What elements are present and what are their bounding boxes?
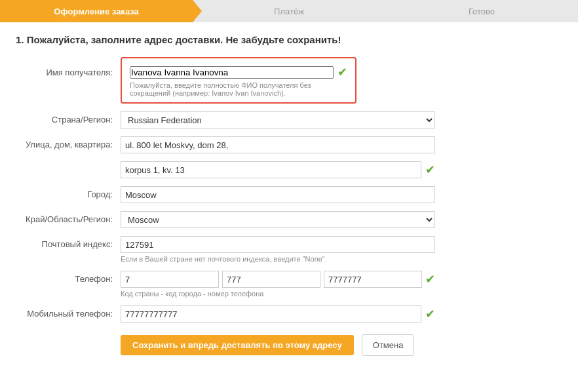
address-line2-input[interactable]	[121, 161, 421, 178]
step-done: Готово	[385, 0, 578, 22]
region-select[interactable]: Moscow Saint Petersburg Novosibirsk	[121, 211, 435, 228]
step-payment: Платёж	[193, 0, 385, 22]
name-input-group: ✔	[130, 65, 347, 79]
city-input[interactable]	[121, 186, 435, 203]
address-line2-row: ✔	[16, 161, 514, 178]
button-row: Сохранить и впредь доставлять по этому а…	[121, 334, 514, 356]
phone-label: Телефон:	[16, 271, 121, 284]
mobile-input[interactable]	[121, 305, 421, 323]
address-line2-field: ✔	[121, 161, 435, 178]
postal-row: Почтовый индекс: Если в Вашей стране нет…	[16, 236, 514, 263]
postal-field: Если в Вашей стране нет почтового индекс…	[121, 236, 435, 263]
name-row: Имя получателя: ✔ Пожалуйста, введите по…	[16, 57, 514, 104]
page-title: 1. Пожалуйста, заполните адрес доставки.…	[16, 34, 562, 45]
name-check-icon: ✔	[337, 65, 347, 79]
name-label: Имя получателя:	[16, 57, 121, 77]
phone-field: ✔ Код страны - код города - номер телефо…	[121, 271, 435, 298]
address-row: Улица, дом, квартира:	[16, 136, 514, 153]
city-label: Город:	[16, 186, 121, 199]
progress-bar: Оформление заказа Платёж Готово	[0, 0, 578, 22]
save-button[interactable]: Сохранить и впредь доставлять по этому а…	[121, 335, 354, 355]
postal-hint: Если в Вашей стране нет почтового индекс…	[121, 255, 435, 263]
phone-number-input[interactable]	[324, 271, 422, 288]
address-check-icon: ✔	[425, 163, 435, 177]
phone-hint: Код страны - код города - номер телефона	[121, 290, 435, 298]
mobile-row: Мобильный телефон: ✔	[16, 305, 514, 323]
postal-label: Почтовый индекс:	[16, 236, 121, 249]
city-row: Город:	[16, 186, 514, 203]
mobile-label: Мобильный телефон:	[16, 305, 121, 319]
phone-row: Телефон: ✔ Код страны - код города - ном…	[16, 271, 514, 298]
mobile-input-group: ✔	[121, 305, 435, 323]
region-field: Moscow Saint Petersburg Novosibirsk	[121, 211, 435, 228]
phone-check-icon: ✔	[425, 272, 435, 286]
address-line2-spacer	[16, 161, 121, 165]
form-container: Имя получателя: ✔ Пожалуйста, введите по…	[16, 57, 514, 356]
name-input[interactable]	[130, 66, 334, 79]
country-field: Russian Federation United States Germany…	[121, 111, 435, 128]
address-label: Улица, дом, квартира:	[16, 136, 121, 149]
page-wrapper: Оформление заказа Платёж Готово 1. Пожал…	[0, 0, 578, 392]
country-label: Страна/Регион:	[16, 111, 121, 125]
postal-input[interactable]	[121, 236, 435, 253]
region-label: Край/Область/Регион:	[16, 211, 121, 224]
address-line1-input[interactable]	[121, 136, 435, 153]
step-order: Оформление заказа	[0, 0, 193, 22]
country-row: Страна/Регион: Russian Federation United…	[16, 111, 514, 128]
country-select[interactable]: Russian Federation United States Germany…	[121, 111, 435, 128]
name-hint: Пожалуйста, введите полностью ФИО получа…	[130, 81, 347, 97]
phone-city-input[interactable]	[222, 271, 320, 288]
mobile-check-icon: ✔	[425, 307, 435, 321]
address-field	[121, 136, 435, 153]
phone-inputs-group: ✔	[121, 271, 435, 288]
cancel-button[interactable]: Отмена	[362, 334, 415, 356]
city-field	[121, 186, 435, 203]
mobile-field: ✔	[121, 305, 435, 323]
address-line2-group: ✔	[121, 161, 435, 178]
name-highlight-box: ✔ Пожалуйста, введите полностью ФИО полу…	[121, 57, 356, 104]
main-content: 1. Пожалуйста, заполните адрес доставки.…	[0, 22, 578, 363]
phone-country-input[interactable]	[121, 271, 219, 288]
region-row: Край/Область/Регион: Moscow Saint Peters…	[16, 211, 514, 228]
